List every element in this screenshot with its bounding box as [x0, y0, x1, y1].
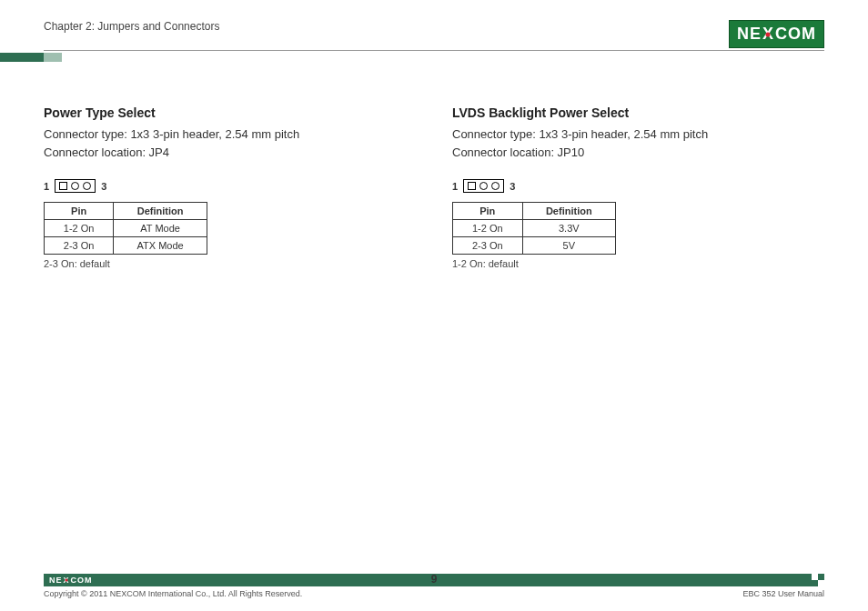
cell-def: 5V: [522, 237, 615, 255]
pin-3-icon: [83, 182, 91, 190]
footer-logo: NEXCOM: [49, 576, 93, 585]
cell-def: 3.3V: [522, 220, 615, 237]
pin-definition-table: Pin Definition 1-2 On 3.3V 2-3 On 5V: [452, 202, 616, 255]
connector-location: Connector location: JP4: [44, 144, 416, 162]
table-row: 2-3 On 5V: [453, 237, 616, 255]
section-title: Power Type Select: [44, 105, 416, 120]
section-title: LVDS Backlight Power Select: [452, 105, 824, 120]
th-definition: Definition: [522, 203, 615, 220]
pin-definition-table: Pin Definition 1-2 On AT Mode 2-3 On ATX…: [44, 202, 207, 255]
chapter-title: Chapter 2: Jumpers and Connectors: [44, 20, 219, 38]
footer-logo-ne: NE: [49, 576, 63, 585]
tab-marker-light: [44, 53, 62, 62]
page-footer: NEXCOM Copyright © 2011 NEXCOM Internati…: [0, 574, 868, 598]
section-power-type-select: Power Type Select Connector type: 1x3 3-…: [44, 105, 416, 269]
cell-pin: 2-3 On: [453, 237, 523, 255]
logo-part-x: X: [762, 25, 775, 44]
footer-squares-icon: [812, 574, 824, 586]
footer-logo-com: COM: [71, 576, 93, 585]
th-definition: Definition: [114, 203, 207, 220]
jumper-diagram-row: 1 3: [44, 179, 416, 193]
pin-1-icon: [468, 182, 476, 190]
copyright-text: Copyright © 2011 NEXCOM International Co…: [44, 589, 302, 598]
logo-part-com: COM: [775, 25, 816, 44]
footer-logo-x: X: [63, 576, 71, 585]
pin-label-right: 3: [510, 181, 515, 192]
table-row: 1-2 On AT Mode: [45, 220, 207, 237]
nexcom-logo: NEXCOM: [729, 20, 824, 48]
logo-part-ne: NE: [737, 25, 762, 44]
cell-pin: 2-3 On: [45, 237, 114, 255]
pin-label-left: 1: [44, 181, 49, 192]
th-pin: Pin: [45, 203, 114, 220]
cell-def: AT Mode: [114, 220, 207, 237]
table-row: 2-3 On ATX Mode: [45, 237, 207, 255]
table-row: 1-2 On 3.3V: [453, 220, 616, 237]
pin-3-icon: [491, 182, 500, 190]
pin-2-icon: [479, 182, 488, 190]
page-number: 9: [431, 573, 438, 586]
connector-type: Connector type: 1x3 3-pin header, 2.54 m…: [452, 125, 824, 144]
pin-label-right: 3: [101, 181, 106, 192]
header-divider: [44, 50, 824, 51]
default-note: 2-3 On: default: [44, 258, 416, 269]
th-pin: Pin: [453, 203, 523, 220]
connector-type: Connector type: 1x3 3-pin header, 2.54 m…: [44, 125, 416, 144]
cell-pin: 1-2 On: [453, 220, 523, 237]
cell-pin: 1-2 On: [45, 220, 114, 237]
doc-name: EBC 352 User Manual: [742, 589, 824, 598]
connector-location: Connector location: JP10: [452, 144, 824, 162]
pin-label-left: 1: [452, 181, 458, 192]
section-lvds-backlight-power-select: LVDS Backlight Power Select Connector ty…: [452, 105, 824, 269]
jumper-diagram-row: 1 3: [452, 179, 824, 193]
jumper-diagram-icon: [463, 179, 504, 193]
pin-1-icon: [59, 182, 67, 190]
default-note: 1-2 On: default: [452, 258, 824, 269]
tab-marker-dark: [0, 53, 44, 62]
jumper-diagram-icon: [55, 179, 96, 193]
cell-def: ATX Mode: [114, 237, 207, 255]
pin-2-icon: [71, 182, 79, 190]
